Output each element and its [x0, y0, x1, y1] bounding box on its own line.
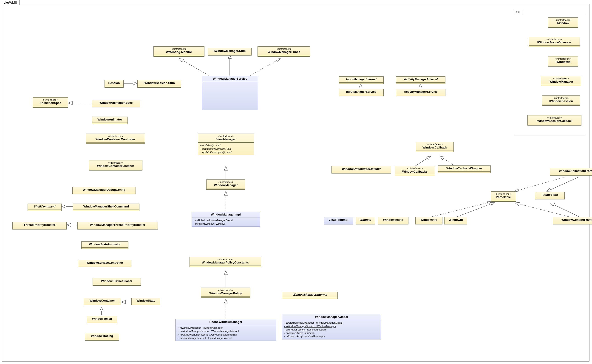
class-windowcontainer: WindowContainer: [84, 298, 121, 305]
class-windowtoken: WindowToken: [87, 316, 117, 323]
stereotype: <<interface>>: [91, 161, 140, 164]
attr: ~ mActivityManagerInternal : ActivityMan…: [178, 333, 274, 337]
class-name: WindowManagerShellCommand: [75, 205, 137, 208]
class-inputmanagerservice: InputManagerService: [339, 89, 384, 96]
class-name: Session: [106, 81, 121, 85]
class-name: WindowManagerInternal: [284, 293, 336, 296]
attrs-compartment: - mGlobal : WindowManagerGlobal - mParen…: [192, 218, 260, 227]
class-windowcallbacks: <<interface>>WindowCallbacks: [395, 166, 435, 176]
attr: ~ mInputManagerInternal : InputManagerIn…: [178, 337, 274, 340]
class-windowcallbackwrapper: WindowCallbackWrapper: [438, 165, 491, 173]
class-windowsurfacecontroller: WindowSurfaceController: [78, 260, 131, 267]
class-window: Window: [356, 217, 375, 224]
attr: ~ mWindowManagerInternal : WindowManager…: [178, 330, 274, 333]
class-windowcallback: <<interface>>Window.Callback: [416, 142, 454, 152]
class-viewmanager: <<interface>>ViewManager + addView() : v…: [198, 134, 254, 155]
class-name: WindowId: [446, 218, 465, 221]
package-aidl-label: aidl: [514, 10, 522, 15]
stereotype: <<interface>>: [155, 47, 202, 50]
class-name: WindowManagerDebugConfig: [74, 188, 134, 191]
class-name: PhoneWindowManager: [178, 320, 274, 324]
package-tab: pkgWMS: [2, 0, 20, 5]
class-iwindowsessioncallback: <<interface>>IWindowSessionCallback: [527, 115, 581, 125]
diagram-stage: pkgWMS: [0, 0, 592, 364]
class-windowid: WindowId: [444, 217, 467, 224]
class-name: WindowCallbacks: [397, 170, 433, 173]
class-name: ViewManager: [200, 137, 252, 141]
attr: - mRoots : ArrayList<ViewRootImpl>: [284, 335, 379, 338]
class-name: WindowManagerFuncs: [259, 50, 308, 54]
class-windowtracing: WindowTracing: [85, 333, 119, 341]
class-iwindowmanager: <<interface>>IWindowManager: [541, 76, 581, 86]
class-name: WindowContainer: [86, 299, 119, 302]
class-wmshellcommand: WindowManagerShellCommand: [73, 204, 140, 211]
class-windowinfo: WindowInfo: [415, 217, 442, 224]
stereotype: <<interface>>: [35, 98, 66, 101]
class-windowmanagerservice: WindowManagerService: [202, 76, 258, 110]
class-windowstate: WindowState: [131, 298, 160, 305]
class-name: ActivityManagerInternal: [398, 78, 443, 81]
class-windowmanagerinternal: WindowManagerInternal: [282, 292, 338, 299]
class-name: FrameStats: [537, 193, 563, 196]
class-wmdebugconfig: WindowManagerDebugConfig: [72, 187, 136, 194]
class-windowmanagerimpl: WindowManagerImpl - mGlobal : WindowMana…: [192, 212, 260, 227]
stereotype: <<interface>>: [208, 181, 243, 183]
stereotype: <<interface>>: [418, 143, 452, 146]
stereotype: <<interface>>: [200, 135, 252, 137]
class-name: WindowCallbackWrapper: [440, 167, 489, 170]
class-name: WindowManagerImpl: [194, 213, 258, 216]
class-name: Parcelable: [493, 195, 514, 199]
class-name: InputManagerInternal: [341, 78, 382, 81]
attr: - mViews : ArrayList<View>: [284, 332, 379, 335]
attr: - sWindowManagerService : IWindowManager: [284, 325, 379, 328]
class-name: Watchdog.Monitor: [155, 50, 202, 54]
class-name: Window: [358, 218, 373, 221]
class-name: IWindowManager.Stub: [210, 49, 249, 52]
class-name: WindowTracing: [87, 334, 117, 338]
class-wmpconstants: <<interface>>WindowManagerPolicyConstant…: [190, 257, 261, 267]
class-name: IWindowSession.Stub: [140, 81, 179, 85]
class-windowmanagerfuncs: <<interface>>WindowManagerFuncs: [258, 46, 310, 57]
class-name: ActivityManagerService: [398, 90, 443, 93]
class-name: WindowAnimationSpec: [94, 101, 138, 104]
class-name: WindowManagerPolicyConstants: [192, 261, 259, 264]
class-watchdog-monitor: <<interface>>Watchdog.Monitor: [153, 46, 205, 57]
class-name: ThreadPriorityBooster: [14, 223, 65, 227]
class-session: Session: [105, 80, 124, 88]
stereotype: <<interface>>: [543, 77, 579, 80]
class-framestats: FrameStats: [535, 192, 565, 199]
class-name: WindowInfo: [417, 218, 440, 221]
class-name: WindowManagerThreadPriorityBooster: [80, 223, 156, 227]
class-name: InputManagerService: [341, 90, 382, 93]
class-name: WindowOrientationListener: [333, 167, 389, 170]
attr: - sWindowSession : IWindowSession: [284, 328, 379, 332]
stereotype: <<interface>>: [493, 193, 514, 195]
stereotype: <<interface>>: [530, 116, 579, 119]
class-activitymanagerinternal: ActivityManagerInternal: [396, 76, 446, 84]
class-iwindowmanager-stub: IWindowManager.Stub: [208, 48, 252, 56]
stereotype: <<interface>>: [88, 135, 143, 137]
class-shellcommand: ShellCommand: [27, 204, 62, 211]
package-tab-prefix: pkg: [3, 1, 9, 4]
stereotype: <<interface>>: [203, 289, 248, 292]
class-windowanimationframestats: WindowAnimationFrameStats: [550, 168, 592, 176]
class-name: WindowSurfacePlacer: [95, 279, 139, 283]
class-iwindow: <<interface>>IWindow: [548, 17, 578, 28]
class-name: WindowContainerController: [88, 137, 143, 141]
op: + updateViewLayout() : void: [200, 147, 252, 150]
stereotype: <<interface>>: [192, 258, 259, 261]
attr: - sDefaultWindowManager : WindowManagerG…: [284, 321, 379, 325]
class-name: WindowInsets: [380, 218, 406, 221]
class-name: WindowState: [133, 299, 158, 302]
class-name: WindowContentFrameStats: [555, 218, 592, 221]
class-phonewindowmanager: PhoneWindowManager ~ mWindowManager : IW…: [175, 319, 276, 341]
class-name: WindowAnimationFrameStats: [552, 169, 592, 173]
class-name: WindowToken: [89, 317, 115, 320]
class-windoworientationlistener: WindowOrientationListener: [332, 166, 391, 174]
class-windowcontainerlistener: <<interface>>WindowContainerListener: [89, 160, 142, 170]
class-windowinsets: WindowInsets: [378, 217, 408, 224]
class-windowcontainercontroller: <<interface>>WindowContainerController: [86, 134, 145, 144]
class-wmtpbooster: WindowManagerThreadPriorityBooster: [77, 222, 158, 229]
class-name: ViewRootImpl: [326, 218, 351, 221]
class-name: WindowManagerGlobal: [284, 315, 379, 318]
